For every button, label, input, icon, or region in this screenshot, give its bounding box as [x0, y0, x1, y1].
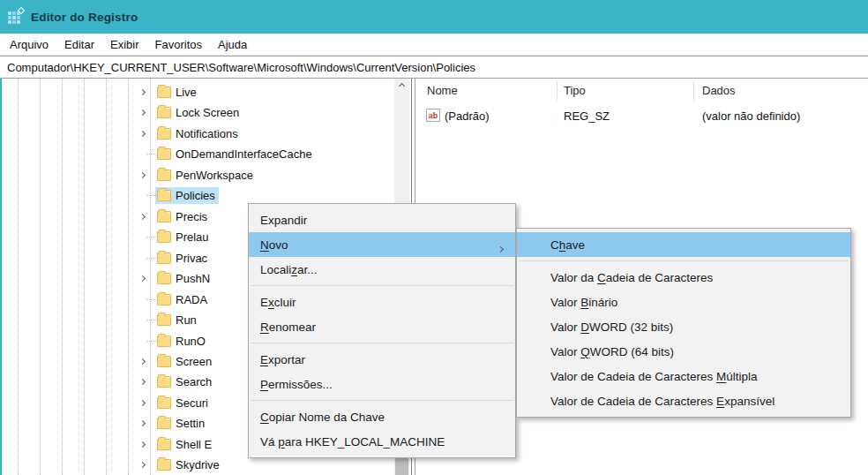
folder-icon	[157, 170, 171, 181]
submenu-item-chave[interactable]: Chave	[517, 232, 850, 257]
menu-item-permissoes[interactable]: Permissões...	[249, 372, 515, 396]
expand-chevron-icon[interactable]	[136, 458, 149, 471]
tree-item-shell-e[interactable]: Shell E	[134, 434, 215, 455]
address-bar[interactable]: Computador\HKEY_CURRENT_USER\Software\Mi…	[0, 56, 868, 79]
menu-item-novo[interactable]: Novo	[249, 232, 515, 257]
column-header-nome[interactable]: Nome	[427, 84, 458, 97]
tree-item-ondemandinterfacecache[interactable]: OnDemandInterfaceCache	[134, 144, 316, 164]
folder-icon	[157, 87, 171, 98]
menubar-item-ajuda[interactable]: Ajuda	[210, 35, 255, 54]
tree-item-live[interactable]: Live	[134, 82, 200, 102]
tree-guide-line	[18, 79, 19, 475]
expand-chevron-icon[interactable]	[136, 106, 149, 119]
menu-item-va-para-hkey-local-machine[interactable]: Vá para HKEY_LOCAL_MACHINE	[249, 429, 515, 454]
tree-guide-line	[62, 79, 63, 475]
menu-separator	[519, 260, 849, 261]
tree-item-rada[interactable]: RADA	[134, 290, 211, 310]
menu-separator	[251, 343, 513, 343]
menubar-item-editar[interactable]: Editar	[56, 35, 102, 54]
menubar-item-favoritos[interactable]: Favoritos	[147, 35, 210, 54]
tree-guide-line	[40, 79, 41, 475]
menubar-item-exibir[interactable]: Exibir	[102, 35, 147, 54]
menu-separator	[251, 400, 513, 401]
folder-icon	[157, 336, 171, 347]
column-header-tipo[interactable]: Tipo	[564, 84, 586, 97]
submenu-item-valor-cadeia-multipla[interactable]: Valor de Cadeia de Caracteres Múltipla	[517, 364, 850, 388]
expand-chevron-icon[interactable]	[136, 210, 149, 223]
expand-chevron-icon[interactable]	[136, 396, 149, 410]
expand-chevron-icon[interactable]	[136, 169, 149, 182]
tree-item-lock-screen[interactable]: Lock Screen	[134, 102, 243, 123]
tree-item-securi[interactable]: Securi	[134, 393, 212, 413]
menu-separator	[251, 285, 513, 286]
submenu-arrow-icon	[498, 241, 503, 254]
list-header: Nome Tipo Dados	[415, 79, 868, 104]
tree-item-precis[interactable]: Precis	[134, 207, 211, 227]
tree-item-screen[interactable]: Screen	[134, 351, 215, 372]
tree-item-settin[interactable]: Settin	[134, 413, 208, 434]
tree-item-privac[interactable]: Privac	[134, 248, 211, 268]
folder-icon	[157, 190, 171, 201]
string-value-icon: ab	[426, 109, 440, 122]
folder-icon	[157, 439, 171, 450]
window-title: Editor do Registro	[31, 11, 138, 24]
tree-item-pushn[interactable]: PushN	[134, 268, 213, 289]
tree-item-penworkspace[interactable]: PenWorkspace	[134, 165, 257, 185]
folder-icon	[157, 376, 171, 388]
menu-bar: Arquivo Editar Exibir Favoritos Ajuda	[0, 34, 868, 56]
new-submenu: Chave Valor da Cadeia de Caracteres Valo…	[516, 228, 851, 418]
expand-chevron-icon[interactable]	[136, 438, 149, 451]
value-row-padrao[interactable]: ab (Padrão) REG_SZ (valor não definido)	[415, 108, 868, 127]
menu-item-expandir[interactable]: Expandir	[249, 207, 515, 232]
folder-icon	[157, 148, 171, 160]
folder-icon	[157, 128, 171, 139]
tree-item-run[interactable]: Run	[134, 310, 200, 330]
tree-item-notifications[interactable]: Notifications	[134, 124, 242, 144]
folder-icon	[157, 356, 171, 367]
value-name: (Padrão)	[445, 109, 490, 123]
column-separator[interactable]	[693, 81, 694, 102]
tree-guide-line	[106, 79, 107, 475]
registry-path: Computador\HKEY_CURRENT_USER\Software\Mi…	[7, 61, 475, 74]
menu-item-exportar[interactable]: Exportar	[249, 347, 515, 372]
tree-item-prelau[interactable]: Prelau	[134, 227, 213, 247]
folder-icon	[157, 418, 171, 429]
submenu-item-valor-qword[interactable]: Valor QWORD (64 bits)	[517, 339, 850, 364]
context-menu: Expandir Novo Localizar... Excluir Renom…	[248, 203, 516, 458]
expand-chevron-icon[interactable]	[136, 355, 149, 368]
expand-chevron-icon[interactable]	[136, 127, 149, 140]
menubar-item-arquivo[interactable]: Arquivo	[2, 35, 56, 54]
tree-item-search[interactable]: Search	[134, 372, 215, 392]
folder-icon	[157, 294, 171, 305]
folder-icon	[157, 314, 171, 326]
menu-item-localizar[interactable]: Localizar...	[249, 257, 515, 282]
tree-item-runo[interactable]: RunO	[134, 331, 209, 351]
folder-icon	[157, 397, 171, 409]
folder-icon	[157, 211, 171, 222]
menu-item-excluir[interactable]: Excluir	[249, 290, 515, 314]
tree-guide-line	[84, 79, 85, 475]
scroll-up-icon[interactable]	[394, 79, 409, 94]
registry-editor-window: Editor do Registro Arquivo Editar Exibir…	[0, 0, 868, 475]
column-header-dados[interactable]: Dados	[702, 84, 736, 97]
menu-item-renomear[interactable]: Renomear	[249, 314, 515, 339]
submenu-item-valor-cadeia-expansivel[interactable]: Valor de Cadeia de Caracteres Expansível	[517, 388, 850, 413]
expand-chevron-icon[interactable]	[136, 86, 149, 99]
tree-item-skydrive[interactable]: Skydrive	[134, 455, 223, 475]
submenu-item-valor-dword[interactable]: Valor DWORD (32 bits)	[517, 314, 850, 339]
menu-item-copiar-nome-da-chave[interactable]: Copiar Nome da Chave	[249, 404, 515, 429]
folder-icon	[157, 273, 171, 284]
value-data: (valor não definido)	[702, 109, 800, 123]
tree-guide-line	[128, 79, 129, 475]
folder-icon	[157, 253, 171, 264]
submenu-item-valor-binario[interactable]: Valor Binário	[517, 290, 850, 314]
registry-app-icon	[8, 10, 23, 25]
column-separator[interactable]	[557, 81, 557, 102]
title-bar: Editor do Registro	[0, 0, 868, 34]
expand-chevron-icon[interactable]	[136, 272, 149, 285]
expand-chevron-icon[interactable]	[136, 417, 149, 430]
submenu-item-valor-cadeia[interactable]: Valor da Cadeia de Caracteres	[517, 265, 850, 290]
tree-item-policies[interactable]: Policies	[134, 185, 219, 206]
folder-icon	[157, 107, 171, 118]
expand-chevron-icon[interactable]	[136, 375, 149, 388]
